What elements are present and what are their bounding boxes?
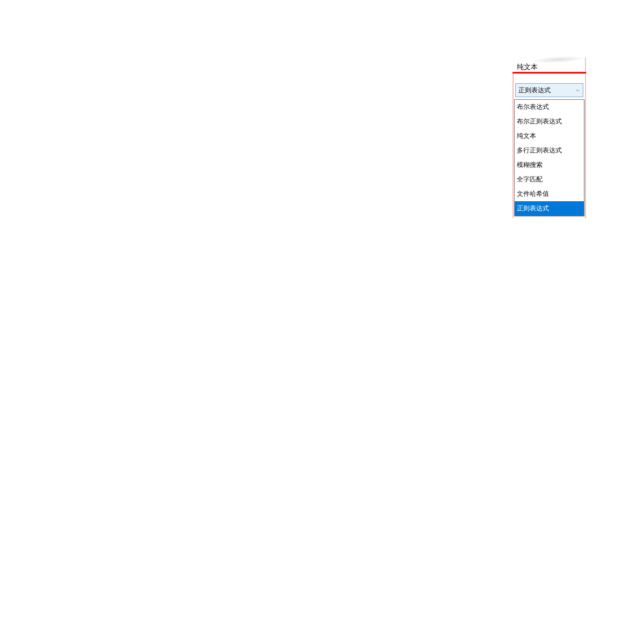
dropdown-option-plain-text[interactable]: 纯文本 (515, 129, 584, 143)
dropdown-option-fuzzy-search[interactable]: 模糊搜索 (515, 158, 584, 172)
dropdown-option-regex[interactable]: 正则表达式 (515, 201, 584, 216)
dropdown-option-boolean-regex[interactable]: 布尔正则表达式 (515, 114, 584, 129)
search-type-dropdown-list: 布尔表达式 布尔正则表达式 纯文本 多行正则表达式 模糊搜索 全字匹配 文件哈希… (514, 99, 584, 216)
chevron-down-icon (575, 88, 580, 92)
highlight-border-right (585, 57, 586, 218)
combobox-selected-text: 正则表达式 (518, 86, 551, 95)
dropdown-option-multiline-regex[interactable]: 多行正则表达式 (515, 143, 584, 158)
dropdown-option-file-hash[interactable]: 文件哈希值 (515, 187, 584, 201)
decorative-swoosh (531, 55, 585, 64)
search-type-combobox[interactable]: 正则表达式 (515, 83, 583, 97)
dropdown-option-boolean[interactable]: 布尔表达式 (515, 100, 584, 114)
dropdown-option-whole-word[interactable]: 全字匹配 (515, 172, 584, 187)
highlight-border-top (513, 72, 586, 74)
header-label: 纯文本 (517, 62, 538, 72)
highlight-border-left (513, 72, 514, 218)
